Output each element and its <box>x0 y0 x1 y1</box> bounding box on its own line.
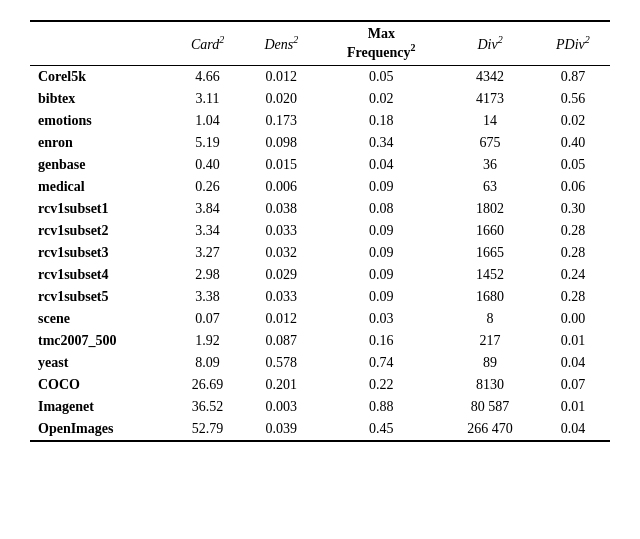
cell-card: 8.09 <box>171 352 244 374</box>
table-row: rcv1subset13.840.0380.0818020.30 <box>30 198 610 220</box>
cell-card: 3.11 <box>171 88 244 110</box>
cell-card: 5.19 <box>171 132 244 154</box>
cell-maxfreq: 0.09 <box>318 264 444 286</box>
cell-name: COCO <box>30 374 171 396</box>
cell-maxfreq: 0.88 <box>318 396 444 418</box>
col-header-div: Div2 <box>444 21 536 65</box>
cell-pdiv: 0.24 <box>536 264 610 286</box>
cell-name: emotions <box>30 110 171 132</box>
col-header-name <box>30 21 171 65</box>
cell-pdiv: 0.28 <box>536 220 610 242</box>
cell-div: 1665 <box>444 242 536 264</box>
cell-maxfreq: 0.09 <box>318 220 444 242</box>
cell-maxfreq: 0.09 <box>318 176 444 198</box>
cell-pdiv: 0.01 <box>536 330 610 352</box>
table-row: medical0.260.0060.09630.06 <box>30 176 610 198</box>
cell-maxfreq: 0.45 <box>318 418 444 441</box>
stats-table: Card2 Dens2 MaxFrequency2 Div2 PDiv2 Cor… <box>30 20 610 442</box>
cell-maxfreq: 0.74 <box>318 352 444 374</box>
cell-dens: 0.039 <box>244 418 318 441</box>
table-row: Corel5k4.660.0120.0543420.87 <box>30 65 610 88</box>
stats-table-container: Card2 Dens2 MaxFrequency2 Div2 PDiv2 Cor… <box>30 20 610 442</box>
table-row: rcv1subset53.380.0330.0916800.28 <box>30 286 610 308</box>
cell-div: 266 470 <box>444 418 536 441</box>
table-row: scene0.070.0120.0380.00 <box>30 308 610 330</box>
cell-pdiv: 0.06 <box>536 176 610 198</box>
table-header-row: Card2 Dens2 MaxFrequency2 Div2 PDiv2 <box>30 21 610 65</box>
cell-name: Corel5k <box>30 65 171 88</box>
cell-maxfreq: 0.09 <box>318 286 444 308</box>
cell-dens: 0.032 <box>244 242 318 264</box>
cell-dens: 0.578 <box>244 352 318 374</box>
table-row: OpenImages52.790.0390.45266 4700.04 <box>30 418 610 441</box>
col-header-card: Card2 <box>171 21 244 65</box>
cell-div: 217 <box>444 330 536 352</box>
cell-dens: 0.012 <box>244 308 318 330</box>
cell-pdiv: 0.05 <box>536 154 610 176</box>
cell-name: rcv1subset5 <box>30 286 171 308</box>
table-row: enron5.190.0980.346750.40 <box>30 132 610 154</box>
cell-dens: 0.012 <box>244 65 318 88</box>
cell-name: tmc2007_500 <box>30 330 171 352</box>
cell-pdiv: 0.56 <box>536 88 610 110</box>
table-row: COCO26.690.2010.2281300.07 <box>30 374 610 396</box>
cell-div: 89 <box>444 352 536 374</box>
cell-div: 14 <box>444 110 536 132</box>
cell-card: 0.26 <box>171 176 244 198</box>
cell-pdiv: 0.00 <box>536 308 610 330</box>
cell-pdiv: 0.28 <box>536 242 610 264</box>
cell-dens: 0.029 <box>244 264 318 286</box>
cell-name: enron <box>30 132 171 154</box>
cell-card: 4.66 <box>171 65 244 88</box>
table-row: tmc2007_5001.920.0870.162170.01 <box>30 330 610 352</box>
cell-dens: 0.015 <box>244 154 318 176</box>
cell-div: 36 <box>444 154 536 176</box>
cell-div: 1660 <box>444 220 536 242</box>
cell-name: rcv1subset2 <box>30 220 171 242</box>
cell-div: 1452 <box>444 264 536 286</box>
cell-maxfreq: 0.02 <box>318 88 444 110</box>
table-row: rcv1subset23.340.0330.0916600.28 <box>30 220 610 242</box>
cell-card: 52.79 <box>171 418 244 441</box>
cell-div: 4173 <box>444 88 536 110</box>
cell-maxfreq: 0.08 <box>318 198 444 220</box>
cell-dens: 0.038 <box>244 198 318 220</box>
cell-dens: 0.201 <box>244 374 318 396</box>
cell-card: 1.04 <box>171 110 244 132</box>
table-row: Imagenet36.520.0030.8880 5870.01 <box>30 396 610 418</box>
cell-name: OpenImages <box>30 418 171 441</box>
cell-div: 4342 <box>444 65 536 88</box>
cell-pdiv: 0.28 <box>536 286 610 308</box>
cell-dens: 0.087 <box>244 330 318 352</box>
cell-name: scene <box>30 308 171 330</box>
cell-div: 80 587 <box>444 396 536 418</box>
cell-div: 8 <box>444 308 536 330</box>
cell-maxfreq: 0.18 <box>318 110 444 132</box>
cell-card: 3.27 <box>171 242 244 264</box>
table-row: rcv1subset33.270.0320.0916650.28 <box>30 242 610 264</box>
cell-name: genbase <box>30 154 171 176</box>
cell-maxfreq: 0.03 <box>318 308 444 330</box>
cell-maxfreq: 0.04 <box>318 154 444 176</box>
cell-maxfreq: 0.16 <box>318 330 444 352</box>
cell-pdiv: 0.07 <box>536 374 610 396</box>
cell-dens: 0.006 <box>244 176 318 198</box>
cell-dens: 0.020 <box>244 88 318 110</box>
cell-name: yeast <box>30 352 171 374</box>
cell-pdiv: 0.01 <box>536 396 610 418</box>
cell-card: 1.92 <box>171 330 244 352</box>
col-header-dens: Dens2 <box>244 21 318 65</box>
cell-card: 3.38 <box>171 286 244 308</box>
table-row: bibtex3.110.0200.0241730.56 <box>30 88 610 110</box>
cell-maxfreq: 0.22 <box>318 374 444 396</box>
cell-card: 36.52 <box>171 396 244 418</box>
cell-card: 0.07 <box>171 308 244 330</box>
table-row: emotions1.040.1730.18140.02 <box>30 110 610 132</box>
cell-div: 1680 <box>444 286 536 308</box>
cell-dens: 0.033 <box>244 286 318 308</box>
cell-dens: 0.173 <box>244 110 318 132</box>
col-header-maxfreq: MaxFrequency2 <box>318 21 444 65</box>
cell-pdiv: 0.40 <box>536 132 610 154</box>
cell-name: medical <box>30 176 171 198</box>
cell-pdiv: 0.04 <box>536 418 610 441</box>
